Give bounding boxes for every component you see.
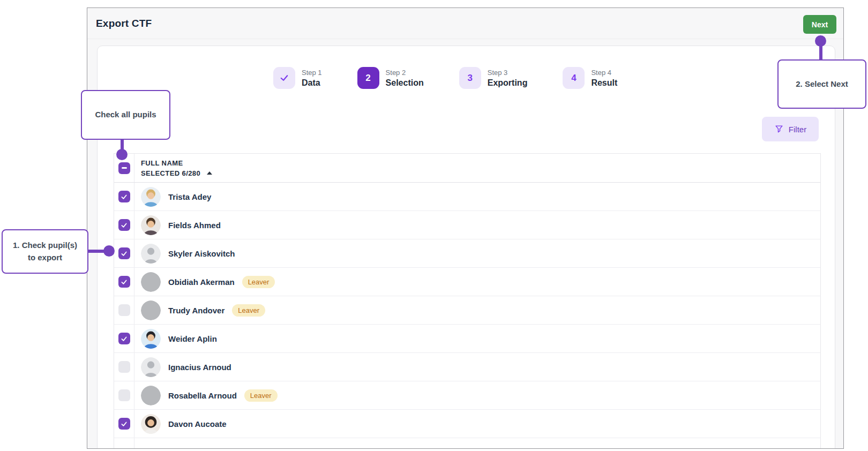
indeterminate-minus-icon: [122, 167, 127, 169]
sort-ascending-icon[interactable]: [207, 171, 212, 175]
stepper-step-selection: 2 Step 2 Selection: [357, 67, 424, 89]
pupil-avatar: [141, 357, 161, 377]
pupil-table: FULL NAME SELECTED 6/280: [114, 153, 821, 449]
pupil-checkbox[interactable]: [118, 333, 130, 344]
pupil-avatar: [141, 272, 161, 292]
pupil-checkbox[interactable]: [118, 219, 130, 231]
stepper-step-exporting: 3 Step 3 Exporting: [459, 67, 528, 89]
leaver-badge: Leaver: [232, 304, 265, 317]
stepper-step-data: Step 1 Data: [273, 67, 322, 89]
step-4-label: Step 4: [591, 69, 617, 77]
step-2-name: Selection: [386, 78, 424, 88]
annotation-check-pupils-to-export: 1. Check pupil(s) to export: [2, 229, 88, 274]
pupil-checkbox[interactable]: [118, 191, 130, 202]
row-checkbox-cell: [114, 296, 134, 324]
pupil-avatar: [141, 329, 161, 349]
select-all-checkbox[interactable]: [118, 162, 130, 174]
pupil-checkbox[interactable]: [118, 304, 130, 316]
table-row[interactable]: Fields Ahmed Leaver: [114, 211, 820, 239]
leaver-badge: Leaver: [242, 276, 275, 288]
table-row[interactable]: Weider Aplin Leaver: [114, 325, 820, 353]
row-checkbox-cell: [114, 381, 134, 409]
selected-count-label: SELECTED 6/280: [141, 169, 200, 177]
row-checkbox-cell: [114, 183, 134, 211]
pupil-checkbox[interactable]: [118, 247, 130, 259]
pupil-name: Skyler Aiskovitch: [168, 249, 235, 258]
step-3-name: Exporting: [488, 78, 528, 88]
table-header-row: FULL NAME SELECTED 6/280: [114, 154, 820, 183]
annotation-check-all-pupils: Check all pupils: [81, 90, 170, 140]
table-row[interactable]: Trista Adey Leaver: [114, 183, 820, 211]
step-2-indicator: 2: [357, 67, 379, 89]
leaver-badge: Leaver: [244, 389, 278, 402]
table-row[interactable]: Obidiah Akerman Leaver: [114, 268, 820, 296]
table-row[interactable]: Davon Aucoate Leaver: [114, 410, 820, 438]
stepper-step-result: 4 Step 4 Result: [563, 67, 617, 89]
pupil-name: Weider Aplin: [168, 334, 217, 343]
step-3-indicator: 3: [459, 67, 481, 89]
table-row[interactable]: Ignacius Arnoud Leaver: [114, 353, 820, 381]
filter-label: Filter: [789, 125, 806, 134]
column-header-full-name: FULL NAME: [141, 159, 212, 167]
pupil-name: Fields Ahmed: [168, 221, 221, 230]
annotation-connector-dot: [103, 245, 115, 257]
pupil-name: Ignacius Arnoud: [168, 363, 231, 372]
row-checkbox-cell: [114, 325, 134, 352]
annotation-connector-line: [87, 250, 104, 253]
annotation-select-next: 2. Select Next: [777, 59, 866, 109]
pupil-checkbox[interactable]: [118, 276, 130, 288]
pupil-name: Davon Aucoate: [168, 419, 227, 429]
row-checkbox-cell: [114, 239, 134, 267]
stepper: Step 1 Data 2 Step 2 Selection 3 Step 3: [273, 67, 617, 89]
table-row[interactable]: Trudy Andover Leaver: [114, 296, 820, 325]
step-3-label: Step 3: [488, 69, 528, 77]
pupil-checkbox[interactable]: [118, 418, 130, 430]
pupil-name: Obidiah Akerman: [168, 277, 235, 287]
content-card: Step 1 Data 2 Step 2 Selection 3 Step 3: [97, 46, 835, 449]
annotation-connector-dot: [815, 35, 826, 47]
table-row[interactable]: Skyler Aiskovitch Leaver: [114, 239, 820, 268]
pupil-checkbox[interactable]: [118, 361, 130, 373]
row-checkbox-cell: [114, 211, 134, 239]
pupil-avatar: [141, 386, 161, 405]
table-row-partial: [114, 438, 820, 449]
export-ctf-panel: Export CTF Next Step 1 Data 2: [87, 7, 844, 449]
row-checkbox-cell: [114, 353, 134, 381]
pupil-avatar: [141, 187, 161, 207]
step-1-label: Step 1: [302, 69, 322, 77]
pupil-avatar: [141, 244, 161, 264]
row-checkbox-cell: [114, 268, 134, 296]
next-button[interactable]: Next: [803, 15, 836, 34]
step-1-name: Data: [302, 78, 322, 88]
table-row[interactable]: Rosabella Arnoud Leaver: [114, 381, 820, 410]
pupil-name: Trista Adey: [168, 192, 211, 201]
panel-header: Export CTF: [87, 8, 843, 39]
pupil-avatar: [141, 414, 161, 434]
pupil-name: Trudy Andover: [168, 306, 225, 315]
step-4-name: Result: [591, 78, 617, 88]
step-2-label: Step 2: [386, 69, 424, 77]
filter-funnel-icon: [774, 124, 784, 134]
pupil-name: Rosabella Arnoud: [168, 391, 237, 400]
pupil-avatar: [141, 215, 161, 235]
screen: Export CTF Next Step 1 Data 2: [0, 0, 868, 451]
page-title: Export CTF: [96, 18, 152, 29]
step-4-indicator: 4: [563, 67, 585, 89]
step-1-check-icon: [273, 67, 295, 89]
annotation-connector-dot: [116, 149, 128, 160]
row-checkbox-cell: [114, 410, 134, 438]
pupil-checkbox[interactable]: [118, 389, 130, 401]
pupil-table-body: Trista Adey Leaver F: [114, 183, 820, 449]
filter-button[interactable]: Filter: [762, 117, 819, 141]
pupil-avatar: [141, 300, 161, 320]
